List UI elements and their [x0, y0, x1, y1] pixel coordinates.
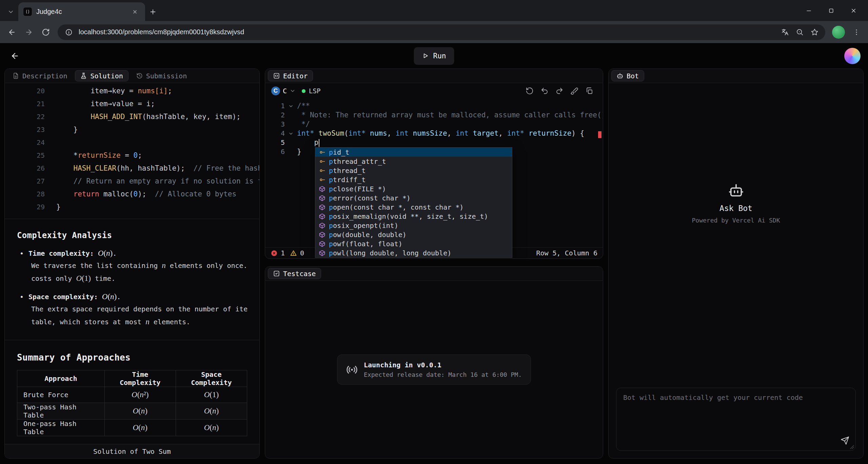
reload-icon [42, 28, 50, 36]
code-editor[interactable]: 1/**2 * Note: The returned array must be… [265, 99, 603, 247]
tab-close-button[interactable] [130, 6, 140, 17]
app-back-button[interactable] [7, 49, 22, 63]
square-code-icon [273, 73, 280, 79]
bot-empty-state: Ask Bot Powered by Vercel Ai SDK [609, 83, 863, 388]
bot-message-input[interactable] [616, 388, 855, 450]
line-number: 23 [5, 123, 45, 136]
tab-solution[interactable]: Solution [75, 70, 128, 81]
summary-table-cell: O(n²) [104, 387, 176, 403]
warning-icon [290, 250, 297, 257]
browser-back-button[interactable] [4, 24, 20, 40]
user-avatar[interactable] [844, 48, 861, 64]
suggestion-item[interactable]: powl(long double, long double) [315, 248, 512, 257]
summary-section: Summary of Approaches ApproachTime Compl… [5, 340, 259, 436]
rotate-ccw-icon [526, 87, 534, 95]
redo-button[interactable] [552, 84, 567, 98]
suggestion-item[interactable]: posix_openpt(int) [315, 221, 512, 230]
copy-code-button[interactable] [582, 84, 597, 98]
browser-profile-avatar[interactable] [832, 26, 845, 39]
complexity-text-line: The extra space required depends on the … [31, 304, 247, 314]
editor-line-number: 1 [265, 101, 285, 111]
suggestion-item[interactable]: pid_t [315, 148, 512, 157]
typedef-icon [319, 158, 326, 165]
code-text: item→key = nums[i]; [45, 84, 172, 97]
suggestion-label: pthread_attr_t [329, 157, 386, 166]
browser-forward-button[interactable] [21, 24, 37, 40]
suggestion-item[interactable]: pthread_attr_t [315, 157, 512, 166]
summary-table-body: Brute ForceO(n²)O(1)Two-pass Hash TableO… [17, 387, 247, 436]
summary-table-cell: Brute Force [17, 387, 105, 403]
judge4c-app: Run Description Solution [0, 43, 868, 464]
math-expression: O(n²) [132, 390, 149, 399]
suggestion-item[interactable]: pow(double, double) [315, 230, 512, 239]
format-code-button[interactable] [567, 84, 582, 98]
suggestion-item[interactable]: ptrdiff_t [315, 175, 512, 184]
browser-tab[interactable]: Judge4c [18, 2, 145, 21]
suggestion-item[interactable]: pclose(FILE *) [315, 184, 512, 193]
chevron-down-icon [290, 88, 296, 94]
tab-submission[interactable]: Submission [131, 70, 192, 81]
window-maximize-button[interactable] [820, 0, 842, 21]
translate-button[interactable] [777, 25, 792, 40]
text-cursor [319, 139, 319, 147]
browser-menu-button[interactable] [849, 25, 864, 40]
ask-bot-heading: Ask Bot [719, 204, 752, 213]
search-lens-button[interactable] [792, 25, 807, 40]
complexity-item: •Space complexity: O(n). [17, 292, 247, 301]
summary-table-cell: O(n) [176, 403, 247, 420]
plus-icon [149, 8, 157, 16]
code-text: } [297, 147, 301, 156]
code-text: * Note: The returned array must be mallo… [297, 111, 603, 120]
window-controls [797, 0, 865, 21]
address-bar[interactable]: localhost:3000/problems/cm8pjqdem0001ty8… [58, 24, 825, 40]
center-column: Editor C C LSP [265, 69, 603, 459]
editor-actions [522, 84, 597, 98]
tab-description[interactable]: Description [7, 70, 72, 81]
solution-panel-header: Description Solution Submission [5, 69, 259, 83]
toast-text: Launching in v0.0.1 Expected release dat… [364, 361, 522, 378]
suggestion-label: posix_openpt(int) [329, 221, 398, 230]
code-text: // Return an empty array if no solution … [45, 175, 259, 188]
window-close-button[interactable] [842, 0, 865, 21]
language-selector[interactable]: C C [271, 86, 296, 95]
arrow-right-icon [25, 28, 33, 36]
fold-chevron-icon[interactable] [285, 129, 297, 138]
error-icon [271, 250, 278, 257]
run-button-label: Run [433, 52, 446, 60]
warning-count: 0 [300, 249, 304, 257]
editor-code-line: 5 p [265, 138, 603, 147]
tab-search-button[interactable] [3, 3, 18, 21]
testcase-body: Launching in v0.0.1 Expected release dat… [265, 281, 603, 458]
bookmark-star-button[interactable] [807, 25, 822, 40]
fold-chevron-icon[interactable] [285, 101, 297, 111]
app-topbar: Run [0, 43, 868, 69]
run-button[interactable]: Run [414, 47, 454, 65]
copy-icon [585, 87, 593, 95]
code-text: HASH_CLEAR(hh, hashTable); // Free the h… [45, 162, 259, 175]
code-text: */ [297, 120, 310, 129]
suggestion-item[interactable]: posix_memalign(void **, size_t, size_t) [315, 212, 512, 221]
reload-button[interactable] [38, 24, 54, 40]
editor-line-number: 5 [265, 138, 285, 147]
suggestion-item[interactable]: popen(const char *, const char *) [315, 202, 512, 212]
fold-gutter [285, 111, 297, 120]
site-info-icon[interactable] [63, 26, 75, 38]
suggestion-item[interactable]: pthread_t [315, 166, 512, 175]
reset-code-button[interactable] [522, 84, 537, 98]
code-text: *returnSize = 0; [45, 149, 142, 162]
function-icon [319, 240, 326, 247]
editor-panel-header: Editor [265, 69, 603, 83]
suggestion-item[interactable]: perror(const char *) [315, 193, 512, 202]
suggestion-item[interactable]: powf(float, float) [315, 239, 512, 248]
star-icon [811, 28, 818, 36]
math-expression: O(n) [133, 423, 147, 432]
complexity-label: Time complexity: [28, 249, 94, 257]
undo-button[interactable] [537, 84, 552, 98]
c-language-icon: C [271, 86, 280, 95]
code-text: } [45, 123, 78, 136]
window-minimize-button[interactable] [797, 0, 820, 21]
new-tab-button[interactable] [145, 3, 161, 21]
code-text: int* twoSum(int* nums, int numsSize, int… [297, 129, 584, 138]
square-check-icon [273, 270, 280, 277]
suggestion-label: powl(long double, long double) [329, 249, 451, 257]
